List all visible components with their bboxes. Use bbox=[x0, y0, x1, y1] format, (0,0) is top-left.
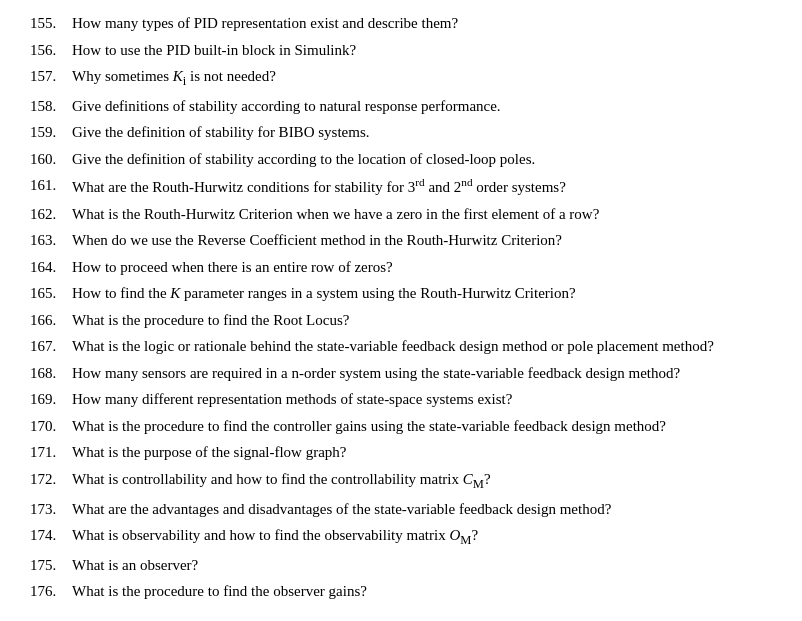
question-text: What is the procedure to find the contro… bbox=[72, 415, 772, 438]
question-number: 174. bbox=[30, 524, 72, 547]
question-text: What is observability and how to find th… bbox=[72, 524, 772, 550]
question-number: 155. bbox=[30, 12, 72, 35]
question-number: 166. bbox=[30, 309, 72, 332]
list-item: 158. Give definitions of stability accor… bbox=[30, 95, 772, 118]
list-item: 159. Give the definition of stability fo… bbox=[30, 121, 772, 144]
question-number: 159. bbox=[30, 121, 72, 144]
list-item: 169. How many different representation m… bbox=[30, 388, 772, 411]
question-number: 172. bbox=[30, 468, 72, 491]
question-number: 167. bbox=[30, 335, 72, 358]
question-text: What is the procedure to find the Root L… bbox=[72, 309, 772, 332]
question-text: What are the Routh-Hurwitz conditions fo… bbox=[72, 174, 772, 199]
question-text: How many different representation method… bbox=[72, 388, 772, 411]
list-item: 165. How to find the K parameter ranges … bbox=[30, 282, 772, 305]
question-number: 158. bbox=[30, 95, 72, 118]
list-item: 170. What is the procedure to find the c… bbox=[30, 415, 772, 438]
question-number: 168. bbox=[30, 362, 72, 385]
question-number: 173. bbox=[30, 498, 72, 521]
list-item: 162. What is the Routh-Hurwitz Criterion… bbox=[30, 203, 772, 226]
list-item: 155. How many types of PID representatio… bbox=[30, 12, 772, 35]
list-item: 160. Give the definition of stability ac… bbox=[30, 148, 772, 171]
list-item: 175. What is an observer? bbox=[30, 554, 772, 577]
question-text: How to use the PID built-in block in Sim… bbox=[72, 39, 772, 62]
question-number: 157. bbox=[30, 65, 72, 88]
question-text: When do we use the Reverse Coefficient m… bbox=[72, 229, 772, 252]
question-text: What is the logic or rationale behind th… bbox=[72, 335, 772, 358]
question-text: Give the definition of stability accordi… bbox=[72, 148, 772, 171]
question-number: 161. bbox=[30, 174, 72, 197]
question-number: 162. bbox=[30, 203, 72, 226]
list-item: 156. How to use the PID built-in block i… bbox=[30, 39, 772, 62]
question-text: How to proceed when there is an entire r… bbox=[72, 256, 772, 279]
list-item: 166. What is the procedure to find the R… bbox=[30, 309, 772, 332]
question-number: 170. bbox=[30, 415, 72, 438]
list-item: 157. Why sometimes Ki is not needed? bbox=[30, 65, 772, 91]
question-number: 164. bbox=[30, 256, 72, 279]
question-text: What is the procedure to find the observ… bbox=[72, 580, 772, 603]
question-text: How many sensors are required in a n-ord… bbox=[72, 362, 772, 385]
question-text: Why sometimes Ki is not needed? bbox=[72, 65, 772, 91]
question-text: Give the definition of stability for BIB… bbox=[72, 121, 772, 144]
question-number: 176. bbox=[30, 580, 72, 603]
question-text: What is the purpose of the signal-flow g… bbox=[72, 441, 772, 464]
question-text: What are the advantages and disadvantage… bbox=[72, 498, 772, 521]
question-number: 175. bbox=[30, 554, 72, 577]
list-item: 171. What is the purpose of the signal-f… bbox=[30, 441, 772, 464]
main-container: 155. How many types of PID representatio… bbox=[0, 0, 802, 621]
list-item: 161. What are the Routh-Hurwitz conditio… bbox=[30, 174, 772, 199]
question-number: 165. bbox=[30, 282, 72, 305]
list-item: 167. What is the logic or rationale behi… bbox=[30, 335, 772, 358]
question-text: Give definitions of stability according … bbox=[72, 95, 772, 118]
question-text: What is an observer? bbox=[72, 554, 772, 577]
question-number: 156. bbox=[30, 39, 72, 62]
question-text: How to find the K parameter ranges in a … bbox=[72, 282, 772, 305]
list-item: 174. What is observability and how to fi… bbox=[30, 524, 772, 550]
question-number: 171. bbox=[30, 441, 72, 464]
list-item: 163. When do we use the Reverse Coeffici… bbox=[30, 229, 772, 252]
list-item: 164. How to proceed when there is an ent… bbox=[30, 256, 772, 279]
list-item: 173. What are the advantages and disadva… bbox=[30, 498, 772, 521]
list-item: 168. How many sensors are required in a … bbox=[30, 362, 772, 385]
list-item: 172. What is controllability and how to … bbox=[30, 468, 772, 494]
question-text: What is controllability and how to find … bbox=[72, 468, 772, 494]
list-item: 176. What is the procedure to find the o… bbox=[30, 580, 772, 603]
question-text: What is the Routh-Hurwitz Criterion when… bbox=[72, 203, 772, 226]
question-text: How many types of PID representation exi… bbox=[72, 12, 772, 35]
question-number: 163. bbox=[30, 229, 72, 252]
question-number: 160. bbox=[30, 148, 72, 171]
question-number: 169. bbox=[30, 388, 72, 411]
question-list: 155. How many types of PID representatio… bbox=[30, 12, 772, 603]
